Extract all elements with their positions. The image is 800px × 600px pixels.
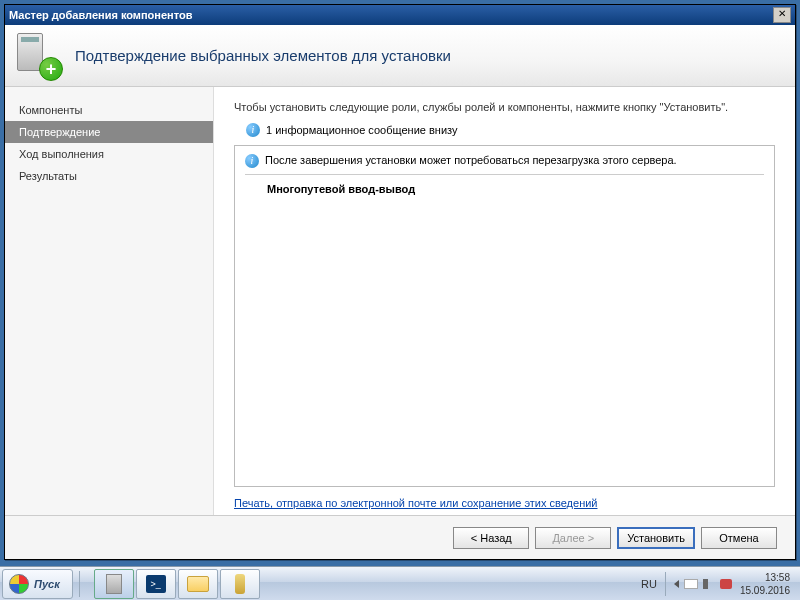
language-indicator[interactable]: RU bbox=[641, 578, 657, 590]
component-name: Многопутевой ввод-вывод bbox=[245, 183, 764, 195]
task-server-manager[interactable] bbox=[94, 569, 134, 599]
next-button: Далее > bbox=[535, 527, 611, 549]
window-title: Мастер добавления компонентов bbox=[9, 9, 773, 21]
start-label: Пуск bbox=[34, 578, 60, 590]
warning-row: i После завершения установки может потре… bbox=[245, 154, 764, 175]
clock[interactable]: 13:58 15.09.2016 bbox=[740, 571, 794, 597]
clock-date: 15.09.2016 bbox=[740, 584, 790, 597]
back-button[interactable]: < Назад bbox=[453, 527, 529, 549]
clock-time: 13:58 bbox=[740, 571, 790, 584]
volume-icon[interactable] bbox=[703, 579, 715, 589]
selection-panel: i После завершения установки может потре… bbox=[234, 145, 775, 487]
taskbar: Пуск >_ RU 13:58 15.09.2016 bbox=[0, 566, 800, 600]
wizard-window: Мастер добавления компонентов ✕ + Подтве… bbox=[4, 4, 796, 560]
info-message-count: i 1 информационное сообщение внизу bbox=[234, 123, 775, 137]
task-explorer[interactable] bbox=[178, 569, 218, 599]
wizard-footer: < Назад Далее > Установить Отмена bbox=[5, 515, 795, 559]
cancel-button[interactable]: Отмена bbox=[701, 527, 777, 549]
warning-text: После завершения установки может потребо… bbox=[265, 154, 677, 166]
wizard-header: + Подтверждение выбранных элементов для … bbox=[5, 25, 795, 87]
tray-expand-icon[interactable] bbox=[674, 580, 679, 588]
info-count-text: 1 информационное сообщение внизу bbox=[266, 124, 457, 136]
step-progress[interactable]: Ход выполнения bbox=[5, 143, 213, 165]
task-security[interactable] bbox=[220, 569, 260, 599]
flag-icon[interactable] bbox=[684, 579, 698, 589]
titlebar: Мастер добавления компонентов ✕ bbox=[5, 5, 795, 25]
close-button[interactable]: ✕ bbox=[773, 7, 791, 23]
step-components[interactable]: Компоненты bbox=[5, 99, 213, 121]
content-area: Чтобы установить следующие роли, службы … bbox=[214, 87, 795, 559]
step-confirmation[interactable]: Подтверждение bbox=[5, 121, 213, 143]
instruction-text: Чтобы установить следующие роли, службы … bbox=[234, 101, 775, 113]
wizard-steps: Компоненты Подтверждение Ход выполнения … bbox=[5, 87, 214, 559]
export-link[interactable]: Печать, отправка по электронной почте ил… bbox=[234, 497, 598, 509]
task-buttons: >_ bbox=[94, 569, 260, 599]
info-icon: i bbox=[246, 123, 260, 137]
task-powershell[interactable]: >_ bbox=[136, 569, 176, 599]
info-icon: i bbox=[245, 154, 259, 168]
windows-orb-icon bbox=[9, 574, 29, 594]
step-results[interactable]: Результаты bbox=[5, 165, 213, 187]
network-icon[interactable] bbox=[720, 579, 732, 589]
plus-icon: + bbox=[39, 57, 63, 81]
system-tray: RU 13:58 15.09.2016 bbox=[641, 571, 800, 597]
page-title: Подтверждение выбранных элементов для ус… bbox=[75, 47, 451, 64]
start-button[interactable]: Пуск bbox=[2, 569, 73, 599]
install-button[interactable]: Установить bbox=[617, 527, 695, 549]
wizard-icon: + bbox=[15, 33, 61, 79]
